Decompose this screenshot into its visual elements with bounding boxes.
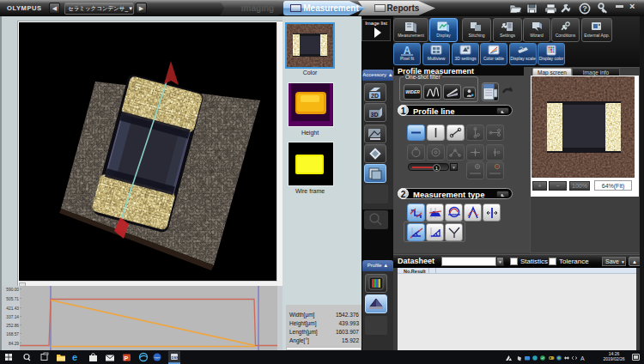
svg-text:?: ? xyxy=(582,4,587,13)
svg-text:505.71: 505.71 xyxy=(6,297,19,301)
svg-text:A: A xyxy=(580,355,585,361)
svg-text:590.00: 590.00 xyxy=(6,288,19,292)
svg-text:421.43: 421.43 xyxy=(6,306,19,311)
svg-text:A: A xyxy=(404,45,411,56)
svg-text:337.14: 337.14 xyxy=(6,315,19,319)
svg-text:DSX: DSX xyxy=(172,355,179,360)
svg-text:252.86: 252.86 xyxy=(6,324,19,328)
svg-text:84.29: 84.29 xyxy=(9,342,19,346)
svg-text:P: P xyxy=(125,355,129,361)
svg-text:168.57: 168.57 xyxy=(6,332,19,337)
svg-text:2D: 2D xyxy=(371,93,379,99)
svg-text:e: e xyxy=(72,352,77,362)
svg-text:3D: 3D xyxy=(371,112,379,118)
